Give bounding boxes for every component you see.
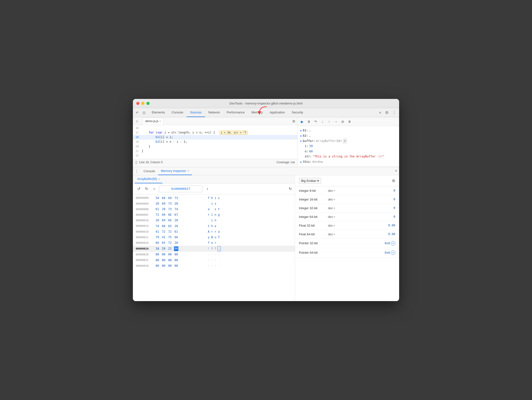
type-row-ptr32: Pointer 32-bit 0x0 ⊙ <box>295 239 399 248</box>
hex-row: 00000014 74 68 65 20 t h e <box>133 223 295 229</box>
status-coverage: Coverage: n/a <box>277 161 295 164</box>
nav-address-input[interactable] <box>159 185 203 192</box>
hex-row: 00000004 20 69 73 20 i s <box>133 201 295 207</box>
open-in-memory-inspector-btn[interactable]: ⊞ <box>343 139 347 143</box>
step-over-btn[interactable]: ↷ <box>313 119 318 124</box>
tab-performance[interactable]: Performance <box>223 108 248 117</box>
var-i: i: 39 <box>300 144 396 149</box>
code-line-16: 16 <box>133 126 297 130</box>
float32-format-select[interactable]: dec ▾ <box>328 224 342 227</box>
traffic-lights <box>136 102 150 105</box>
pause-btn[interactable]: ⏸ <box>306 119 312 124</box>
step-out-btn[interactable]: ↑ <box>327 119 332 124</box>
nav-prev-btn[interactable]: ‹ <box>151 186 157 192</box>
step-into-btn[interactable]: ↓ <box>320 119 325 124</box>
type-row-float32: Float 32-bit dec ▾ 0.00 <box>295 221 399 230</box>
nav-refresh-btn[interactable]: ↻ <box>289 186 292 191</box>
tab-memory-inspector[interactable]: Memory Inspector × <box>158 167 192 175</box>
type-row-int64: Integer 64-bit dec ▾ 0 <box>295 213 399 221</box>
int8-format-select[interactable]: dec ▾ <box>328 189 342 193</box>
memory-nav: ↺ ↻ ‹ › ↻ <box>133 184 295 194</box>
endian-bar: Big Endian ▾ ⚙ <box>295 175 399 186</box>
settings-btn[interactable]: ⚙ <box>384 109 389 116</box>
window-title: DevTools - memory-inspector.glitch.me/de… <box>229 102 303 105</box>
hex-row: 00000010 20 69 6E 20 i n <box>133 218 295 223</box>
tab-memory[interactable]: Memory <box>248 108 266 117</box>
maximize-button[interactable] <box>146 102 150 105</box>
ptr32-navigate-btn[interactable]: ⊙ <box>391 241 395 245</box>
more-tabs-btn[interactable]: » <box>378 109 382 116</box>
nav-next-btn[interactable]: › <box>205 186 210 192</box>
cursor-icon[interactable]: ↶ <box>135 110 140 115</box>
step-btn[interactable]: → <box>333 119 339 124</box>
int64-value: 0 <box>394 215 395 218</box>
dots-menu[interactable]: ⋮ <box>135 169 139 173</box>
hex-row: 0000002C 00 00 00 00 · · · <box>133 258 295 263</box>
drawer-icon[interactable]: ⊡ <box>142 110 146 115</box>
endian-dropdown-icon: ▾ <box>317 179 319 183</box>
type-inspector-settings-btn[interactable]: ⚙ <box>392 178 395 183</box>
var-n: n: 60 <box>300 149 396 154</box>
debug-panel: ▶ ⏸ ↷ ↓ ↑ → ⊘ ⏸ ▶ b1: … ▶ <box>297 117 399 166</box>
type-row-int16: Integer 16-bit dec ▾ 0 <box>295 195 399 204</box>
int16-format-select[interactable]: dec ▾ <box>328 198 342 201</box>
memory-inspector-tab-close[interactable]: × <box>188 169 189 172</box>
devtools-body: ▷ demo-js.js × ⊞ 16 17 <box>133 117 399 301</box>
int16-value: 0 <box>394 198 395 201</box>
hex-row-selected: 00000024 3A 29 21 00 : ) ! <box>133 246 295 252</box>
hex-rows-area: 00000000 54 68 69 73 T h i <box>133 194 295 301</box>
tab-console[interactable]: Console <box>168 108 187 117</box>
run-icon[interactable]: ▷ <box>135 119 140 124</box>
tab-security[interactable]: Security <box>288 108 306 117</box>
source-file-tab[interactable]: demo-js.js × <box>143 118 164 125</box>
code-line-19: 19 b2[i] = n - i - 1; <box>133 140 297 144</box>
async-btn[interactable]: ⏸ <box>347 119 352 124</box>
arraybuffer-tab[interactable]: ArrayBuffer(60) × <box>135 175 162 183</box>
devtools-tabbar: ↶ ⊡ Elements Console Sources Network Per… <box>133 108 399 117</box>
source-toolbar: ▷ demo-js.js × ⊞ <box>133 117 297 125</box>
devtools-window: DevTools - memory-inspector.glitch.me/de… <box>133 99 399 301</box>
code-line-21: 21 } <box>133 149 297 154</box>
int32-format-select[interactable]: dec ▾ <box>328 206 342 210</box>
type-row-int32: Integer 32-bit dec ▾ 0 <box>295 204 399 213</box>
nav-back-btn[interactable]: ↺ <box>136 186 142 192</box>
tab-elements[interactable]: Elements <box>148 108 168 117</box>
breakpoints-btn[interactable]: ⊘ <box>340 119 345 124</box>
source-tab-close[interactable]: × <box>160 120 161 123</box>
hex-row: 00000000 54 68 69 73 T h i <box>133 195 295 201</box>
var-b2: ▶ b2: … <box>300 133 396 139</box>
hex-row: 0000000C 72 69 6E 67 r i n <box>133 212 295 218</box>
close-button[interactable] <box>136 102 139 105</box>
resume-btn[interactable]: ▶ <box>299 119 305 124</box>
tab-network[interactable]: Network <box>205 108 223 117</box>
bottom-tabbar: ⋮ Console Memory Inspector × × <box>133 167 399 175</box>
customize-btn[interactable]: ⋮ <box>391 109 397 116</box>
float64-format-select[interactable]: dec ▾ <box>328 232 342 236</box>
arraybuffer-tab-close[interactable]: × <box>159 178 160 180</box>
hex-row: 0000001C 79 42 75 66 y B u <box>133 235 295 240</box>
memory-inspector-content: ArrayBuffer(60) × ↺ ↻ ‹ › ↻ <box>133 175 399 301</box>
code-line-17: 17 for (var i = str.length; i < n; ++i) … <box>133 130 297 135</box>
int64-format-select[interactable]: dec ▾ <box>328 215 342 219</box>
source-panel: ▷ demo-js.js × ⊞ 16 17 <box>133 117 399 167</box>
code-line-18: 18 b1[i] = i; <box>133 135 297 140</box>
endian-select[interactable]: Big Endian ▾ <box>299 178 321 184</box>
source-editor: ▷ demo-js.js × ⊞ 16 17 <box>133 117 297 166</box>
bottom-panel-close[interactable]: × <box>395 169 397 173</box>
type-row-float64: Float 64-bit dec ▾ 0.00 <box>295 230 399 239</box>
nav-forward-btn[interactable]: ↻ <box>144 186 149 192</box>
bracket-icon: {} <box>135 161 137 164</box>
ptr64-navigate-btn[interactable]: ⊙ <box>391 251 395 255</box>
tab-application[interactable]: Application <box>266 108 289 117</box>
int8-value: 0 <box>394 189 395 192</box>
more-tabs-area: » ⚙ ⋮ <box>378 109 397 116</box>
hex-row: 00000020 66 65 72 20 f e r <box>133 240 295 246</box>
var-str: str: "This is a string in the ArrayBuffe… <box>300 154 396 159</box>
hex-row: 00000030 00 00 00 00 · · · <box>133 263 295 269</box>
hex-row: 00000028 00 00 00 00 · · · <box>133 252 295 257</box>
minimize-button[interactable] <box>141 102 144 105</box>
tab-sources[interactable]: Sources <box>187 108 205 117</box>
format-btn[interactable]: ⊞ <box>292 119 295 123</box>
var-b1: ▶ b1: … <box>300 128 396 133</box>
tab-console-bottom[interactable]: Console <box>141 167 158 175</box>
